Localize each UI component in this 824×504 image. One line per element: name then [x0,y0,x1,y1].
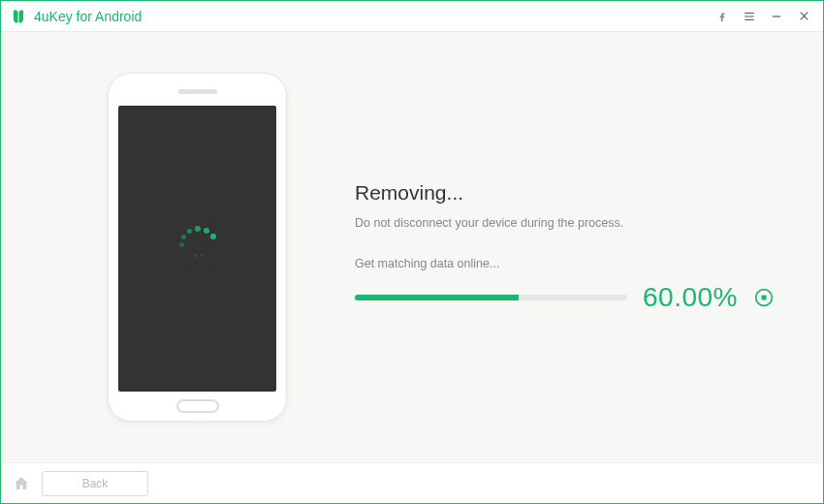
back-button-label: Back [82,477,109,490]
back-button[interactable]: Back [42,471,148,496]
app-logo-icon [11,9,26,24]
phone-illustration [108,73,287,422]
progress-percent: 60.00% [643,282,738,313]
app-title: 4uKey for Android [34,9,142,24]
phone-screen [118,106,276,392]
progress-bar-fill [355,295,519,300]
main-content: Removing... Do not disconnect your devic… [1,32,823,462]
minimize-button[interactable] [763,3,790,30]
warning-text: Do not disconnect your device during the… [355,216,775,230]
menu-icon[interactable] [736,3,763,30]
phone-speaker [178,89,217,94]
phone-home-button [176,399,219,413]
app-window: 4uKey for Android [0,0,824,504]
footer: Back [1,462,823,503]
svg-rect-1 [762,296,767,300]
heading: Removing... [355,181,775,205]
spinner-icon [172,223,224,275]
close-button[interactable] [790,3,817,30]
titlebar: 4uKey for Android [1,1,823,32]
facebook-icon[interactable] [709,3,736,30]
progress-row: 60.00% [355,282,775,313]
stop-button[interactable] [753,287,775,308]
status-text: Get matching data online... [355,257,775,270]
home-icon[interactable] [11,473,32,494]
progress-bar [355,295,627,300]
progress-panel: Removing... Do not disconnect your devic… [287,181,784,313]
